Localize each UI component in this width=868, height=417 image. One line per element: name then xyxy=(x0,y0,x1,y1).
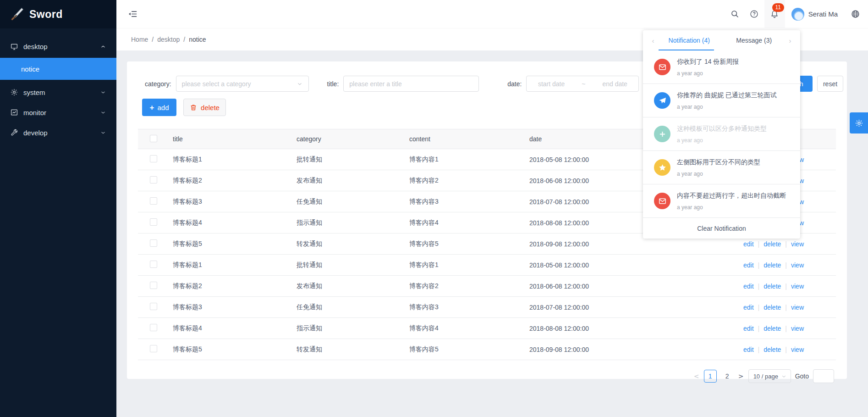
sidebar-item-develop[interactable]: develop xyxy=(0,122,116,143)
cell-category: 发布通知 xyxy=(297,282,409,290)
delete-link[interactable]: delete xyxy=(764,261,781,269)
row-checkbox[interactable] xyxy=(150,197,157,205)
column-header-content: content xyxy=(409,135,529,143)
date-range-separator: ~ xyxy=(582,80,585,88)
row-checkbox[interactable] xyxy=(150,218,157,226)
delete-button[interactable]: delete xyxy=(183,99,226,116)
user-name[interactable]: Serati Ma xyxy=(808,10,838,18)
view-link[interactable]: view xyxy=(791,346,804,353)
notification-item[interactable]: 内容不要超过两行字，超出时自动截断 a year ago xyxy=(643,184,800,218)
delete-button-label: delete xyxy=(201,104,220,111)
breadcrumb-home[interactable]: Home xyxy=(131,36,148,43)
action-separator: | xyxy=(758,240,760,248)
cell-title: 博客标题3 xyxy=(173,198,297,206)
delete-link[interactable]: delete xyxy=(764,325,781,332)
table-row: 博客标题1 批转通知 博客内容1 2018-05-08 12:00:00 edi… xyxy=(138,255,836,276)
delete-link[interactable]: delete xyxy=(764,240,781,248)
edit-link[interactable]: edit xyxy=(743,304,754,311)
breadcrumb-separator: / xyxy=(183,36,185,43)
edit-link[interactable]: edit xyxy=(743,261,754,269)
cell-title: 博客标题2 xyxy=(173,177,297,185)
edit-link[interactable]: edit xyxy=(743,325,754,332)
category-select[interactable]: please select a category xyxy=(176,76,309,92)
tab-message[interactable]: Message (3) xyxy=(722,37,787,44)
action-separator: | xyxy=(785,261,787,269)
sidebar-item-monitor[interactable]: monitor xyxy=(0,102,116,122)
cell-content: 博客内容4 xyxy=(409,219,529,227)
app-title: Sword xyxy=(29,8,63,21)
collapse-sidebar-icon[interactable] xyxy=(127,9,138,19)
cell-content: 博客内容5 xyxy=(409,345,529,354)
view-link[interactable]: view xyxy=(791,325,804,332)
row-checkbox[interactable] xyxy=(150,345,157,352)
language-globe-icon[interactable] xyxy=(850,9,861,20)
category-select-placeholder: please select a category xyxy=(182,80,251,88)
row-checkbox[interactable] xyxy=(150,155,157,162)
tabs-scroll-right-icon[interactable]: › xyxy=(786,37,794,44)
sidebar-item-label: desktop xyxy=(23,43,48,50)
chevron-up-icon xyxy=(100,44,106,50)
delete-link[interactable]: delete xyxy=(764,283,781,290)
breadcrumb-desktop[interactable]: desktop xyxy=(157,36,180,43)
cell-title: 博客标题5 xyxy=(173,345,297,354)
goto-page-input[interactable] xyxy=(813,369,834,383)
action-separator: | xyxy=(758,283,760,290)
table-row: 博客标题3 任免通知 博客内容3 2018-07-08 12:00:00 edi… xyxy=(138,297,836,318)
title-input[interactable]: please enter a title xyxy=(343,76,479,92)
sidebar-item-desktop[interactable]: desktop xyxy=(0,35,116,58)
search-icon[interactable] xyxy=(730,9,741,20)
sword-logo-icon xyxy=(10,7,24,21)
reset-button[interactable]: reset xyxy=(817,76,843,92)
view-link[interactable]: view xyxy=(791,240,804,248)
edit-link[interactable]: edit xyxy=(743,283,754,290)
cell-date: 2018-09-08 12:00:00 xyxy=(529,240,717,248)
clear-notification-button[interactable]: Clear Notification xyxy=(643,218,800,239)
notification-item[interactable]: 这种模板可以区分多种通知类型 a year ago xyxy=(643,117,800,151)
desktop-icon xyxy=(10,43,18,51)
cell-title: 博客标题1 xyxy=(173,261,297,269)
app-logo[interactable]: Sword xyxy=(0,0,116,28)
notification-item[interactable]: 你收到了 14 份新周报 a year ago xyxy=(643,50,800,84)
notification-time: a year ago xyxy=(677,171,760,177)
cell-category: 任免通知 xyxy=(297,303,409,311)
gear-icon xyxy=(855,119,863,128)
prev-page-arrow[interactable]: < xyxy=(693,373,700,380)
page-2-button[interactable]: 2 xyxy=(721,370,734,383)
page-size-select[interactable]: 10 / page xyxy=(748,369,791,383)
user-avatar[interactable] xyxy=(791,8,804,21)
row-checkbox[interactable] xyxy=(150,324,157,331)
add-button-label: add xyxy=(157,104,169,111)
row-checkbox[interactable] xyxy=(150,176,157,183)
row-checkbox[interactable] xyxy=(150,303,157,310)
cell-title: 博客标题4 xyxy=(173,324,297,333)
add-button[interactable]: + add xyxy=(142,99,176,116)
tab-notification[interactable]: Notification (4) xyxy=(657,37,722,44)
delete-link[interactable]: delete xyxy=(764,346,781,353)
row-checkbox[interactable] xyxy=(150,239,157,247)
view-link[interactable]: view xyxy=(791,283,804,290)
row-checkbox[interactable] xyxy=(150,261,157,268)
notification-item[interactable]: 左侧图标用于区分不同的类型 a year ago xyxy=(643,151,800,184)
notification-item[interactable]: 你推荐的 曲妮妮 已通过第三轮面试 a year ago xyxy=(643,84,800,117)
date-range-input[interactable]: start date ~ end date xyxy=(526,76,639,92)
row-checkbox[interactable] xyxy=(150,282,157,289)
page-1-button[interactable]: 1 xyxy=(704,370,717,383)
next-page-arrow[interactable]: > xyxy=(738,373,744,380)
action-separator: | xyxy=(758,325,760,332)
delete-link[interactable]: delete xyxy=(764,304,781,311)
view-link[interactable]: view xyxy=(791,261,804,269)
tabs-scroll-left-icon[interactable]: ‹ xyxy=(649,37,657,44)
pagination: < 1 2 > 10 / page Goto xyxy=(138,369,836,383)
edit-link[interactable]: edit xyxy=(743,240,754,248)
notifications-bell-button[interactable]: 11 xyxy=(764,0,785,28)
cell-title: 博客标题1 xyxy=(173,156,297,164)
theme-settings-button[interactable] xyxy=(850,112,868,133)
view-link[interactable]: view xyxy=(791,304,804,311)
table-row: 博客标题5 转发通知 博客内容5 2018-09-08 12:00:00 edi… xyxy=(138,339,836,360)
edit-link[interactable]: edit xyxy=(743,346,754,353)
sidebar-item-notice[interactable]: notice xyxy=(0,58,116,80)
header-actions: 11 Serati Ma xyxy=(730,0,868,28)
select-all-checkbox[interactable] xyxy=(150,135,157,142)
sidebar-item-system[interactable]: system xyxy=(0,82,116,102)
help-icon[interactable] xyxy=(749,9,760,20)
